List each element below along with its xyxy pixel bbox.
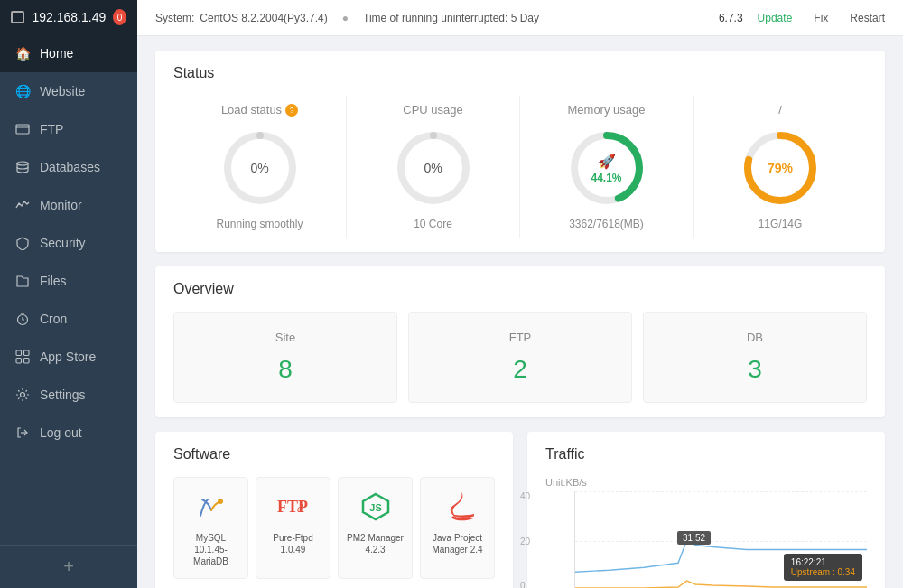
- sidebar-header: 192.168.1.49 0: [0, 0, 137, 34]
- content-area: Status Load status ? 0%: [137, 36, 903, 588]
- nav-label-website: Website: [40, 84, 85, 98]
- software-java[interactable]: Java Project Manager 2.4: [420, 477, 495, 579]
- db-label: DB: [662, 331, 848, 344]
- topbar-fix[interactable]: Fix: [814, 12, 828, 24]
- overview-ftp[interactable]: FTP 2: [408, 312, 632, 403]
- files-icon: [14, 273, 31, 289]
- topbar-version: 6.7.3: [719, 12, 743, 24]
- sidebar-item-security[interactable]: Security: [0, 224, 137, 262]
- disk-label: /: [778, 103, 782, 117]
- memory-sub: 3362/7618(MB): [569, 218, 644, 230]
- rocket-icon: 🚀: [598, 153, 616, 170]
- nodejs-icon: JS: [358, 489, 394, 525]
- svg-point-9: [21, 393, 25, 397]
- sidebar-item-cron[interactable]: Cron: [0, 300, 137, 338]
- disk-donut: 79%: [740, 127, 821, 209]
- add-button[interactable]: +: [0, 545, 137, 588]
- clock-icon: [14, 311, 31, 327]
- tooltip-upstream: Upstream : 0.34: [791, 567, 855, 577]
- sidebar-item-ftp[interactable]: FTP: [0, 110, 137, 148]
- software-grid: MySQL 10.1.45-MariaDB FTP d Pure-Ftpd 1.…: [173, 477, 495, 579]
- sidebar-item-settings[interactable]: Settings: [0, 376, 137, 414]
- svg-point-2: [17, 162, 28, 165]
- topbar-restart[interactable]: Restart: [850, 12, 885, 24]
- software-mysql[interactable]: MySQL 10.1.45-MariaDB: [173, 477, 248, 579]
- topbar-update[interactable]: Update: [758, 12, 793, 24]
- system-label: System:: [155, 12, 194, 24]
- ftp-value: 2: [427, 355, 613, 384]
- svg-rect-5: [16, 350, 22, 356]
- nav-label-appstore: App Store: [40, 350, 96, 364]
- sidebar-item-logout[interactable]: Log out: [0, 414, 137, 452]
- home-icon: 🏠: [14, 45, 31, 61]
- cpu-donut: 0%: [393, 127, 474, 209]
- java-name: Java Project Manager 2.4: [426, 532, 489, 555]
- db-value: 3: [662, 355, 848, 384]
- disk-value: 79%: [768, 161, 793, 175]
- load-sub: Running smoothly: [216, 218, 303, 230]
- svg-text:JS: JS: [369, 502, 381, 513]
- svg-rect-7: [16, 359, 22, 364]
- status-grid: Load status ? 0% Running smoothly: [173, 96, 867, 238]
- sidebar-item-website[interactable]: 🌐 Website: [0, 72, 137, 110]
- nav-label-logout: Log out: [40, 425, 82, 440]
- chart-yaxis: 40 20 0: [520, 491, 530, 588]
- uptime-text: Time of running uninterrupted: 5 Day: [363, 12, 539, 24]
- nav-label-security: Security: [40, 236, 86, 250]
- help-icon[interactable]: ?: [285, 104, 298, 117]
- ftp-label: FTP: [427, 331, 613, 344]
- topbar-dot: ●: [342, 12, 349, 24]
- memory-donut: 🚀 44.1%: [566, 127, 647, 209]
- globe-icon: 🌐: [14, 83, 31, 99]
- sidebar-item-files[interactable]: Files: [0, 262, 137, 300]
- sidebar-item-databases[interactable]: Databases: [0, 148, 137, 186]
- mysql-icon: [193, 489, 229, 525]
- pm2-name: PM2 Manager 4.2.3: [344, 532, 406, 555]
- svg-text:d: d: [297, 502, 303, 515]
- mysql-name: MySQL 10.1.45-MariaDB: [180, 532, 242, 567]
- bottom-row: Software MySQL 10.1.45-MariaDB: [155, 432, 885, 588]
- svg-point-19: [218, 499, 223, 504]
- status-card: Status Load status ? 0%: [155, 51, 885, 252]
- nav-label-ftp: FTP: [40, 122, 63, 136]
- memory-value: 🚀 44.1%: [591, 153, 621, 184]
- sidebar-item-appstore[interactable]: App Store: [0, 338, 137, 376]
- status-title: Status: [173, 65, 867, 81]
- overview-title: Overview: [173, 281, 867, 297]
- shield-icon: [14, 235, 31, 251]
- svg-rect-6: [24, 350, 30, 356]
- ftpd-name: Pure-Ftpd 1.0.49: [262, 532, 324, 555]
- svg-rect-0: [16, 125, 29, 134]
- nav-label-settings: Settings: [40, 387, 86, 402]
- java-icon: [440, 489, 476, 525]
- ftp-icon: [14, 121, 31, 137]
- system-value: CentOS 8.2.2004(Py3.7.4): [200, 12, 327, 24]
- gear-icon: [14, 387, 31, 403]
- sidebar-item-home[interactable]: 🏠 Home: [0, 34, 137, 72]
- software-pm2[interactable]: JS PM2 Manager 4.2.3: [338, 477, 413, 579]
- status-item-cpu: CPU usage 0% 10 Core: [347, 96, 520, 238]
- sidebar-item-monitor[interactable]: Monitor: [0, 186, 137, 224]
- load-donut: 0%: [219, 127, 301, 209]
- status-item-memory: Memory usage 🚀 44.1% 3362/7618(MB): [520, 96, 694, 238]
- status-item-load: Load status ? 0% Running smoothly: [173, 96, 347, 238]
- site-value: 8: [192, 355, 378, 384]
- logout-icon: [14, 425, 31, 441]
- traffic-tooltip: 16:22:21 Upstream : 0.34: [784, 554, 862, 581]
- software-ftpd[interactable]: FTP d Pure-Ftpd 1.0.49: [256, 477, 330, 579]
- overview-card: Overview Site 8 FTP 2 DB 3: [155, 266, 885, 417]
- traffic-card: Traffic Unit:KB/s 40 20 0: [527, 432, 885, 588]
- nav-label-cron: Cron: [40, 312, 67, 326]
- topbar-system: System: CentOS 8.2.2004(Py3.7.4): [155, 12, 328, 24]
- software-card: Software MySQL 10.1.45-MariaDB: [155, 432, 513, 588]
- notification-badge: 0: [113, 9, 126, 25]
- svg-text:FTP: FTP: [277, 498, 308, 516]
- gridline-20: [575, 541, 867, 542]
- traffic-title: Traffic: [545, 446, 867, 462]
- topbar: System: CentOS 8.2.2004(Py3.7.4) ● Time …: [137, 0, 903, 36]
- sidebar: 192.168.1.49 0 🏠 Home 🌐 Website FTP Data…: [0, 0, 137, 588]
- memory-label: Memory usage: [568, 103, 646, 117]
- overview-db[interactable]: DB 3: [643, 312, 867, 403]
- traffic-unit: Unit:KB/s: [545, 477, 867, 488]
- overview-site[interactable]: Site 8: [173, 312, 397, 403]
